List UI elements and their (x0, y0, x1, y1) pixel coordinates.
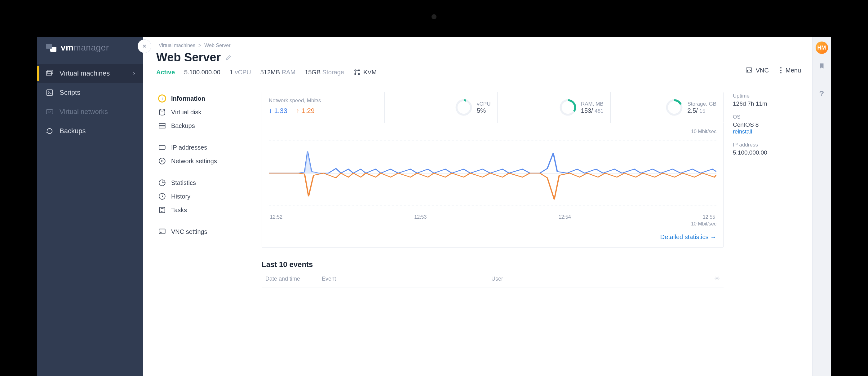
gear-icon[interactable] (714, 276, 720, 283)
breadcrumb-current: Web Server (204, 43, 230, 48)
tab-label: Backups (171, 122, 195, 130)
uptime-label: Uptime (733, 93, 801, 99)
ram-value: 153/ 481 (581, 107, 603, 114)
svg-point-19 (159, 158, 165, 164)
events-table-header: Date and time Event User (261, 276, 723, 287)
svg-rect-23 (159, 229, 165, 234)
svg-point-6 (359, 70, 360, 71)
kebab-icon (779, 67, 782, 74)
tab-label: Virtual disk (171, 109, 201, 116)
svg-rect-9 (746, 68, 752, 72)
metric-cards: Network speed, Mbit/s ↓ 1.33 ↑ 1.29 (261, 92, 723, 123)
card-network: Network speed, Mbit/s ↓ 1.33 ↑ 1.29 (262, 92, 385, 123)
tab-label: Network settings (171, 158, 217, 165)
ip-value: 5.100.000.00 (733, 149, 801, 156)
tab-tasks[interactable]: Tasks (156, 203, 252, 217)
col-event: Event (322, 276, 336, 283)
breadcrumb-root[interactable]: Virtual machines (159, 43, 195, 48)
tab-label: VNC settings (171, 228, 207, 235)
disk-icon (158, 108, 166, 116)
svg-rect-0 (46, 72, 52, 75)
vnc-icon (745, 67, 753, 74)
col-user: User (491, 276, 559, 283)
ram-label: RAM (282, 69, 296, 76)
svg-text:IP: IP (48, 110, 51, 114)
detailed-stats-link[interactable]: Detailed statistics → (660, 234, 716, 240)
svg-point-13 (780, 72, 781, 73)
svg-point-25 (457, 100, 471, 115)
collapse-sidebar-button[interactable] (138, 40, 151, 53)
tab-backups[interactable]: Backups (156, 119, 252, 133)
cpu-label: vCPU (235, 69, 251, 76)
avatar[interactable]: HM (816, 41, 828, 54)
vm-ip: 5.100.000.00 (184, 69, 220, 76)
svg-point-24 (160, 232, 161, 233)
nav-backups[interactable]: Backups (37, 122, 143, 141)
disk-label: Storage (322, 69, 344, 76)
nav-virtual-networks[interactable]: IP Virtual networks (37, 102, 143, 122)
brand-part2: manager (73, 43, 109, 52)
nav-scripts[interactable]: Scripts (37, 83, 143, 102)
tab-ip-addresses[interactable]: IP addresses (156, 141, 252, 154)
page-title: Web Server (156, 51, 221, 64)
virt-type: KVM (363, 69, 377, 76)
svg-point-18 (161, 160, 163, 162)
backup-icon (45, 127, 54, 135)
tab-label: Information (171, 95, 205, 102)
svg-point-12 (780, 70, 781, 71)
x-tick: 12:54 (559, 214, 571, 220)
cpu-gauge-icon (455, 99, 472, 116)
ip-icon (158, 143, 166, 151)
svg-rect-17 (159, 145, 165, 149)
ram-gauge-icon (559, 99, 577, 116)
graph-ylabel-top: 10 Mbit/sec (269, 129, 716, 134)
card-title: Network speed, Mbit/s (269, 98, 378, 104)
card-cpu: vCPU 5% (385, 92, 498, 123)
breadcrumb: Virtual machines > Web Server (156, 43, 801, 48)
events-heading: Last 10 events (261, 260, 723, 269)
svg-rect-15 (159, 123, 165, 126)
reinstall-link[interactable]: reinstall (733, 129, 752, 135)
tab-information[interactable]: iInformation (156, 92, 252, 105)
tab-label: IP addresses (171, 144, 207, 151)
uptime-value: 126d 7h 11m (733, 100, 801, 107)
tasks-icon (158, 206, 166, 214)
svg-point-5 (354, 70, 356, 71)
x-tick: 12:55 (703, 214, 715, 220)
menu-button[interactable]: Menu (779, 67, 801, 74)
tab-statistics[interactable]: Statistics (156, 176, 252, 190)
tab-history[interactable]: History (156, 190, 252, 203)
download-value: ↓ 1.33 (269, 107, 287, 115)
disk-value: 15GB (305, 69, 320, 76)
tab-virtual-disk[interactable]: Virtual disk (156, 105, 252, 119)
cpu-value: 5% (477, 107, 490, 114)
stats-icon (158, 179, 166, 187)
network-icon (158, 157, 166, 165)
tab-vnc-settings[interactable]: VNC settings (156, 225, 252, 238)
svg-point-7 (354, 73, 356, 75)
ram-value: 512MB (260, 69, 280, 76)
vnc-label: VNC (756, 67, 769, 74)
ip-icon: IP (45, 107, 54, 116)
menu-label: Menu (785, 67, 801, 74)
tab-network-settings[interactable]: Network settings (156, 154, 252, 168)
detail-submenu: iInformation Virtual disk Backups IP add… (156, 92, 252, 372)
svg-point-8 (359, 73, 360, 75)
brand: vmmanager (37, 43, 143, 64)
svg-point-34 (716, 278, 718, 279)
nav-virtual-machines[interactable]: Virtual machines › (37, 64, 143, 83)
graph-ylabel-bottom: 10 Mbit/sec (269, 221, 716, 227)
server-icon (45, 69, 54, 78)
graph-x-axis: 12:52 12:53 12:54 12:55 (269, 212, 716, 220)
vnc-button[interactable]: VNC (745, 67, 769, 74)
x-tick: 12:53 (414, 214, 427, 220)
svg-point-10 (747, 71, 748, 72)
edit-icon[interactable] (225, 54, 232, 61)
info-icon: i (158, 95, 166, 103)
bookmark-icon[interactable] (818, 63, 825, 71)
brand-part1: vm (61, 43, 73, 52)
ip-label: IP address (733, 142, 801, 148)
line-chart (269, 134, 716, 212)
storage-value: 2.5/ 15 (687, 107, 716, 114)
help-icon[interactable]: ? (819, 89, 824, 99)
